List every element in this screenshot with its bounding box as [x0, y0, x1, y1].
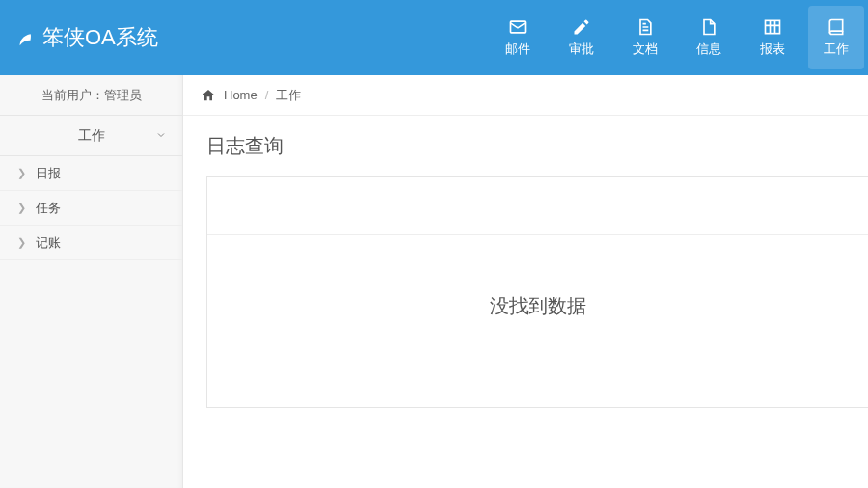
breadcrumb: Home / 工作	[183, 75, 868, 116]
sidebar-item-label: 日报	[36, 165, 61, 182]
nav-mail[interactable]: 邮件	[486, 0, 550, 75]
sidebar-section-work[interactable]: 工作	[0, 116, 182, 156]
breadcrumb-current: 工作	[276, 87, 301, 104]
chevron-right-icon: ❯	[17, 236, 26, 249]
nav-info[interactable]: 信息	[677, 0, 741, 75]
file-icon	[699, 17, 719, 37]
page-body: 日志查询 没找到数据	[183, 116, 868, 408]
leaf-icon	[15, 27, 37, 48]
sidebar-item-ledger[interactable]: ❯ 记账	[0, 226, 182, 260]
chevron-right-icon: ❯	[17, 167, 26, 179]
content: Home / 工作 日志查询 没找到数据	[183, 75, 868, 488]
sidebar-item-task[interactable]: ❯ 任务	[0, 191, 182, 226]
header: 笨侠OA系统 邮件 审批 文档 信息 报表 工作	[0, 0, 868, 75]
nav-document[interactable]: 文档	[613, 0, 677, 75]
result-panel: 没找到数据	[206, 176, 868, 408]
chevron-right-icon: ❯	[17, 202, 26, 214]
sidebar-section-label: 工作	[78, 127, 105, 145]
home-icon	[201, 88, 216, 103]
breadcrumb-separator: /	[265, 88, 269, 102]
panel-toolbar	[207, 177, 868, 235]
nav-label: 邮件	[505, 41, 530, 58]
main: 当前用户：管理员 工作 ❯ 日报 ❯ 任务 ❯ 记账 Home / 工作 日志查…	[0, 75, 868, 488]
nav-label: 工作	[824, 41, 849, 58]
nav-label: 报表	[760, 41, 785, 58]
page-title: 日志查询	[206, 133, 868, 159]
current-user-label: 当前用户：管理员	[0, 75, 182, 116]
sidebar: 当前用户：管理员 工作 ❯ 日报 ❯ 任务 ❯ 记账	[0, 75, 183, 488]
brand[interactable]: 笨侠OA系统	[15, 23, 158, 52]
nav-label: 信息	[696, 41, 721, 58]
sidebar-item-label: 任务	[36, 200, 61, 217]
nav-approval[interactable]: 审批	[550, 0, 613, 75]
nav-label: 文档	[633, 41, 658, 58]
nav-work[interactable]: 工作	[808, 6, 864, 69]
nav-label: 审批	[569, 41, 594, 58]
svg-rect-1	[766, 20, 780, 33]
table-icon	[763, 17, 782, 37]
mail-icon	[508, 17, 528, 37]
nav-report[interactable]: 报表	[741, 0, 804, 75]
doc-icon	[636, 17, 655, 37]
brand-title: 笨侠OA系统	[42, 23, 158, 52]
empty-state: 没找到数据	[207, 235, 868, 319]
top-nav: 邮件 审批 文档 信息 报表 工作	[486, 0, 868, 75]
chevron-down-icon	[155, 128, 167, 144]
pencil-icon	[572, 17, 591, 37]
book-icon	[827, 17, 846, 37]
breadcrumb-home[interactable]: Home	[224, 88, 258, 102]
sidebar-item-daily[interactable]: ❯ 日报	[0, 156, 182, 191]
sidebar-item-label: 记账	[36, 234, 61, 252]
